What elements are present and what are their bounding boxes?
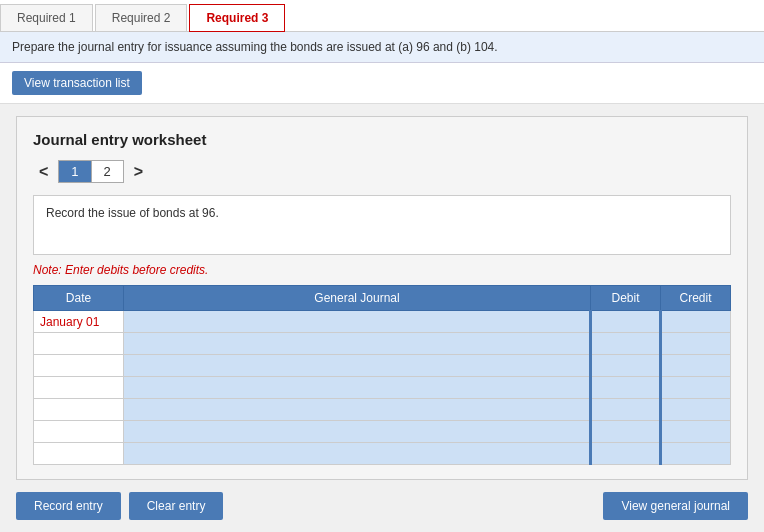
debit-cell-3[interactable] <box>591 355 661 377</box>
next-page-button[interactable]: > <box>128 163 149 181</box>
col-header-date: Date <box>34 286 124 311</box>
action-buttons: Record entry Clear entry View general jo… <box>16 492 748 520</box>
date-cell-2 <box>34 333 124 355</box>
view-transaction-list-button[interactable]: View transaction list <box>12 71 142 95</box>
table-row <box>34 421 731 443</box>
tab-required-3[interactable]: Required 3 <box>189 4 285 32</box>
tab-required-1[interactable]: Required 1 <box>0 4 93 31</box>
view-general-journal-button[interactable]: View general journal <box>603 492 748 520</box>
clear-entry-button[interactable]: Clear entry <box>129 492 224 520</box>
page-tab-2[interactable]: 2 <box>92 161 123 182</box>
general-cell-4[interactable] <box>124 377 591 399</box>
debit-cell-6[interactable] <box>591 421 661 443</box>
main-content: Journal entry worksheet < 1 2 > Record t… <box>0 104 764 532</box>
credit-cell-2[interactable] <box>661 333 731 355</box>
tabs-container: Required 1 Required 2 Required 3 <box>0 0 764 32</box>
date-cell-7 <box>34 443 124 465</box>
general-cell-7[interactable] <box>124 443 591 465</box>
date-cell-3 <box>34 355 124 377</box>
col-header-credit: Credit <box>661 286 731 311</box>
top-action-bar: View transaction list <box>0 63 764 104</box>
worksheet-title: Journal entry worksheet <box>33 131 731 148</box>
debit-cell-1[interactable] <box>591 311 661 333</box>
debit-cell-7[interactable] <box>591 443 661 465</box>
date-cell-6 <box>34 421 124 443</box>
table-row <box>34 377 731 399</box>
table-row <box>34 333 731 355</box>
description-text: Record the issue of bonds at 96. <box>46 206 219 220</box>
page-tab-1[interactable]: 1 <box>59 161 91 182</box>
prev-page-button[interactable]: < <box>33 163 54 181</box>
credit-cell-7[interactable] <box>661 443 731 465</box>
description-box: Record the issue of bonds at 96. <box>33 195 731 255</box>
credit-cell-4[interactable] <box>661 377 731 399</box>
col-header-general-journal: General Journal <box>124 286 591 311</box>
instruction-text: Prepare the journal entry for issuance a… <box>12 40 498 54</box>
credit-cell-6[interactable] <box>661 421 731 443</box>
general-cell-3[interactable] <box>124 355 591 377</box>
table-row <box>34 443 731 465</box>
credit-cell-3[interactable] <box>661 355 731 377</box>
worksheet-box: Journal entry worksheet < 1 2 > Record t… <box>16 116 748 480</box>
debit-cell-2[interactable] <box>591 333 661 355</box>
col-header-debit: Debit <box>591 286 661 311</box>
record-entry-button[interactable]: Record entry <box>16 492 121 520</box>
debit-cell-5[interactable] <box>591 399 661 421</box>
table-row: January 01 <box>34 311 731 333</box>
general-cell-5[interactable] <box>124 399 591 421</box>
general-cell-1[interactable] <box>124 311 591 333</box>
date-cell-5 <box>34 399 124 421</box>
credit-cell-5[interactable] <box>661 399 731 421</box>
table-row <box>34 399 731 421</box>
general-cell-2[interactable] <box>124 333 591 355</box>
debit-cell-4[interactable] <box>591 377 661 399</box>
journal-table: Date General Journal Debit Credit Januar… <box>33 285 731 465</box>
tab-required-2[interactable]: Required 2 <box>95 4 188 31</box>
general-cell-6[interactable] <box>124 421 591 443</box>
credit-cell-1[interactable] <box>661 311 731 333</box>
date-cell-1: January 01 <box>34 311 124 333</box>
pagination: < 1 2 > <box>33 160 731 183</box>
page-tabs: 1 2 <box>58 160 123 183</box>
date-cell-4 <box>34 377 124 399</box>
note-text: Note: Enter debits before credits. <box>33 263 731 277</box>
table-row <box>34 355 731 377</box>
instruction-bar: Prepare the journal entry for issuance a… <box>0 32 764 63</box>
